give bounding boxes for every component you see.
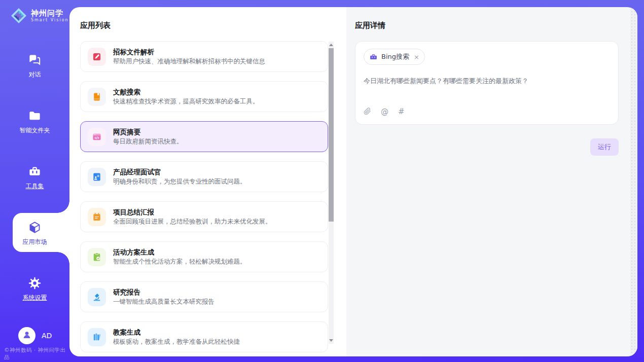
app-detail-title: 应用详情 (355, 21, 637, 30)
scrollbar-thumb[interactable] (329, 48, 334, 222)
sidebar-item-app-market[interactable]: 应用市场 (0, 221, 69, 252)
gem-logo-icon (10, 7, 27, 24)
clipboard-check-icon (88, 248, 106, 266)
app-detail-panel: 应用详情 Bing搜索 × 今日湖北有哪些新闻要点？有哪些需要关注的最新政策？ … (346, 7, 637, 356)
books-icon (88, 328, 106, 346)
microscope-icon (88, 288, 106, 306)
app-card-desc: 一键智能生成高质量长文本研究报告 (113, 297, 214, 306)
app-card-4[interactable]: 产品经理面试官明确身份和职责，为您提供专业性的面试问题。 (80, 161, 328, 192)
main-content: 应用列表 招标文件解析帮助用户快速、准确地理解和解析招标书中的关键信息文献搜索快… (69, 7, 637, 356)
sidebar-item-label: 对话 (29, 70, 41, 79)
folder-icon (28, 109, 42, 123)
app-card-desc: 智能生成个性化活动方案，轻松解决规划难题。 (113, 257, 246, 266)
app-card-title: 教案生成 (113, 328, 240, 338)
app-card-8[interactable]: 教案生成模板驱动，教案生成，教学准备从此轻松快捷 (80, 321, 328, 352)
app-card-title: 文献搜索 (113, 87, 259, 97)
prompt-toolbar: @ # (364, 106, 610, 116)
app-card-7[interactable]: 研究报告一键智能生成高质量长文本研究报告 (80, 281, 328, 312)
app-card-desc: 帮助用户快速、准确地理解和解析招标书中的关键信息 (113, 57, 265, 66)
brand: 神州问学 Smart Vision (10, 7, 69, 24)
app-card-6[interactable]: 活动方案生成智能生成个性化活动方案，轻松解决规划难题。 (80, 241, 328, 272)
dot-texture-strip (630, 7, 637, 356)
app-card-1[interactable]: 招标文件解析帮助用户快速、准确地理解和解析招标书中的关键信息 (80, 41, 328, 72)
notebook-icon (88, 208, 106, 226)
app-card-title: 产品经理面试官 (113, 167, 246, 177)
prompt-input[interactable]: 今日湖北有哪些新闻要点？有哪些需要关注的最新政策？ (364, 76, 610, 102)
sidebar: 神州问学 Smart Vision 对话智能文件夹工具集应用市场系统设置 AD … (0, 0, 69, 362)
avatar[interactable] (18, 327, 35, 344)
chat-icon (28, 53, 42, 67)
prompt-card: Bing搜索 × 今日湖北有哪些新闻要点？有哪些需要关注的最新政策？ @ # (355, 41, 619, 125)
at-icon[interactable]: @ (381, 106, 388, 116)
edit-icon (88, 48, 106, 66)
scroll-up-arrow-icon[interactable] (329, 44, 333, 46)
app-card-title: 活动方案生成 (113, 247, 246, 258)
app-card-desc: 明确身份和职责，为您提供专业性的面试问题。 (113, 177, 246, 186)
book-icon (88, 88, 106, 106)
toolbox-icon (28, 165, 42, 178)
sidebar-item-toolset[interactable]: 工具集 (0, 165, 69, 196)
app-list-panel: 应用列表 招标文件解析帮助用户快速、准确地理解和解析招标书中的关键信息文献搜索快… (69, 7, 346, 356)
app-card-desc: 每日政府新闻资讯快查。 (113, 137, 183, 146)
scroll-down-arrow-icon[interactable] (329, 339, 333, 342)
app-card-title: 网页摘要 (113, 127, 183, 137)
app-card-3[interactable]: 网页摘要每日政府新闻资讯快查。 (80, 121, 328, 152)
copyright-text: ©神州数码 · 神州问学出品 (4, 347, 70, 361)
run-button[interactable]: 运行 (590, 138, 619, 156)
user-initials: AD (42, 332, 52, 340)
brand-name: 神州问学 (31, 9, 69, 18)
sidebar-item-label: 工具集 (26, 182, 44, 191)
app-card-desc: 快速精准查找学术资源，提高研究效率的必备工具。 (113, 97, 259, 106)
sidebar-item-settings[interactable]: 系统设置 (0, 276, 69, 308)
user-row[interactable]: AD (18, 327, 52, 344)
app-list: 招标文件解析帮助用户快速、准确地理解和解析招标书中的关键信息文献搜索快速精准查找… (80, 41, 328, 352)
app-card-2[interactable]: 文献搜索快速精准查找学术资源，提高研究效率的必备工具。 (80, 81, 328, 112)
chip-close-icon[interactable]: × (414, 54, 419, 60)
cube-icon (28, 221, 42, 234)
sidebar-nav: 对话智能文件夹工具集应用市场系统设置 (0, 53, 69, 308)
tool-chip-bing-search[interactable]: Bing搜索 × (364, 49, 425, 65)
app-card-5[interactable]: 项目总结汇报全面回顾项目进展，总结经验教训，助力未来优化发展。 (80, 201, 328, 232)
app-card-title: 项目总结汇报 (113, 207, 272, 218)
tool-chip-label: Bing搜索 (381, 52, 409, 61)
sidebar-item-label: 应用市场 (23, 238, 47, 246)
hash-icon[interactable]: # (398, 106, 405, 116)
scrollbar[interactable] (329, 42, 334, 344)
gear-icon (28, 276, 42, 290)
sidebar-item-label: 系统设置 (23, 294, 47, 302)
brand-tagline: Smart Vision (31, 18, 69, 22)
app-card-title: 研究报告 (113, 287, 214, 298)
sidebar-item-smart-folders[interactable]: 智能文件夹 (0, 109, 69, 140)
paperclip-icon[interactable] (364, 107, 371, 115)
run-row: 运行 (355, 138, 619, 156)
user-icon (22, 330, 32, 342)
briefcase-icon (369, 53, 378, 61)
browser-code-icon (88, 128, 106, 146)
sidebar-item-label: 智能文件夹 (20, 126, 50, 135)
sidebar-item-chat[interactable]: 对话 (0, 53, 69, 85)
app-card-desc: 模板驱动，教案生成，教学准备从此轻松快捷 (113, 337, 240, 346)
app-list-title: 应用列表 (80, 21, 346, 30)
app-card-title: 招标文件解析 (113, 47, 265, 57)
interview-icon (88, 168, 106, 186)
app-card-desc: 全面回顾项目进展，总结经验教训，助力未来优化发展。 (113, 217, 272, 226)
